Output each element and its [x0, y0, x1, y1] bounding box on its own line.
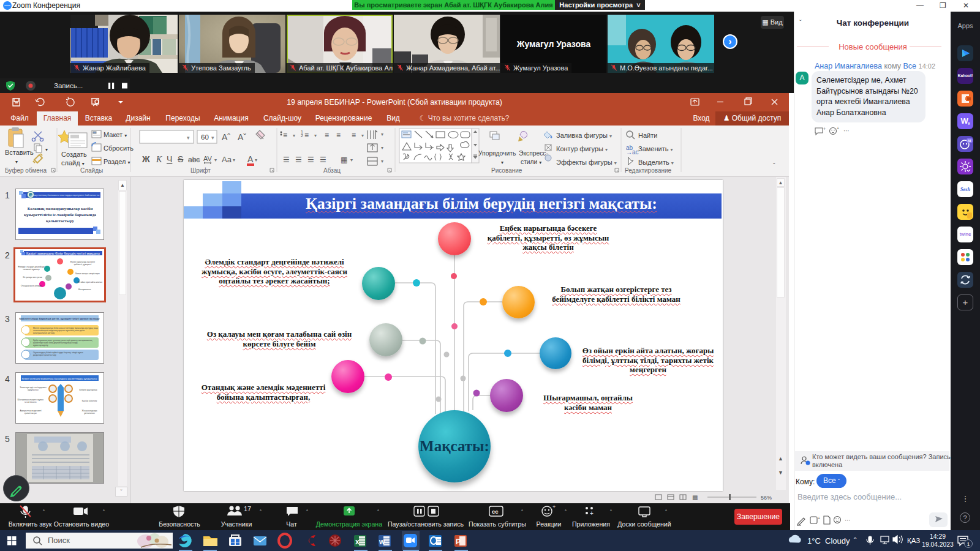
svg-text:19.04.2023: 19.04.2023 — [922, 541, 954, 548]
svg-text:P: P — [456, 538, 461, 546]
svg-text:Поиск: Поиск — [48, 536, 70, 545]
svg-text:ˆ: ˆ — [43, 509, 45, 515]
svg-text:17: 17 — [244, 505, 251, 512]
svg-text:abc: abc — [188, 156, 200, 164]
svg-text:Упорядочить: Упорядочить — [478, 150, 516, 157]
svg-text:қабілетті, құзыретті: қабілетті, құзыретті — [74, 263, 92, 266]
svg-text:▾: ▾ — [381, 132, 383, 137]
svg-text:2: 2 — [301, 133, 303, 138]
svg-text:56%: 56% — [761, 495, 772, 501]
svg-text:Включить звук: Включить звук — [9, 520, 52, 528]
svg-text:Болашақ маманданушылар кәсіби: Болашақ маманданушылар кәсіби — [28, 206, 93, 211]
svg-text:▦: ▦ — [341, 156, 347, 164]
svg-text:стили ▾: стили ▾ — [521, 159, 541, 165]
svg-text:+: + — [823, 127, 826, 131]
svg-text:Раздел ▾: Раздел ▾ — [104, 158, 130, 165]
svg-text:ҚАЗ: ҚАЗ — [907, 537, 920, 544]
svg-text:▾: ▾ — [381, 145, 383, 151]
svg-text:Заливка фигуры ▾: Заливка фигуры ▾ — [556, 132, 612, 139]
svg-text:Шығармашыл: Шығармашыл — [78, 288, 91, 291]
svg-text:ˆ: ˆ — [854, 536, 857, 545]
svg-text:Рисование: Рисование — [491, 167, 522, 174]
svg-text:Реакции: Реакции — [537, 520, 562, 528]
svg-text:ˆ: ˆ — [521, 509, 523, 515]
svg-text:w: w — [379, 538, 385, 546]
svg-text:AV: AV — [203, 155, 213, 162]
svg-text:Показать субтитры: Показать субтитры — [469, 520, 526, 528]
svg-text:қаруланған: қаруланған — [28, 389, 39, 391]
svg-text:Өз қалауы мен қоғам: Өз қалауы мен қоғам — [23, 276, 42, 279]
svg-text:Қабілеттілікқа барынша жетіп,: Қабілеттілікқа барынша жетіп, құзыреттіл… — [20, 317, 100, 320]
svg-text:Доски сообщений: Доски сообщений — [617, 520, 671, 528]
svg-text:x: x — [355, 538, 360, 546]
svg-text:▾: ▾ — [187, 135, 190, 141]
svg-text:ˆ: ˆ — [103, 509, 105, 515]
svg-text:Остановить видео: Остановить видео — [54, 520, 109, 528]
svg-text:Чат: Чат — [286, 520, 297, 528]
svg-text:Макет ▾: Макет ▾ — [104, 131, 127, 138]
svg-text:Создать: Создать — [61, 151, 87, 158]
svg-text:Aa: Aa — [222, 155, 232, 164]
svg-text:ˆ: ˆ — [773, 162, 775, 170]
svg-text:қалыптасқан: қалыптасқан — [24, 412, 37, 414]
svg-text:▾: ▾ — [381, 159, 383, 164]
svg-text:A: A — [247, 154, 254, 164]
svg-text:ұмтылатын: ұмтылатын — [84, 412, 95, 414]
svg-text:☰: ☰ — [307, 156, 314, 164]
svg-text:Вставить: Вставить — [5, 149, 34, 156]
svg-text:жұмыстар жүргізу: жұмыстар жүргізу — [33, 344, 48, 347]
svg-text:Ж: Ж — [141, 154, 150, 164]
svg-text:Аˇ: Аˇ — [238, 132, 246, 142]
svg-text:Экспресс-: Экспресс- — [519, 150, 548, 157]
svg-text:▾: ▾ — [15, 159, 18, 165]
svg-text:қазақстанның болашағы жастарды: қазақстанның болашағы жастарды оқытумен … — [31, 193, 100, 197]
svg-text:14:29: 14:29 — [930, 533, 946, 540]
svg-text:Найти: Найти — [638, 132, 657, 139]
svg-text:+: + — [818, 516, 820, 520]
svg-text:+: + — [552, 504, 556, 510]
svg-text:ˆ: ˆ — [377, 509, 379, 515]
svg-text:қызығушылығын арттыру: қызығушылығын арттыру — [33, 332, 55, 334]
svg-text:Безопасность: Безопасность — [159, 520, 200, 528]
svg-text:құзыреттілігін іс-тәжірибе бар: құзыреттілігін іс-тәжірибе барысында — [24, 212, 97, 217]
svg-text:Кемел келешек маманның басында: Кемел келешек маманның басындағы қасиетт… — [22, 377, 97, 380]
svg-text:Қазіргі замандағы білім беруді: Қазіргі замандағы білім берудің негізгі … — [26, 252, 100, 255]
svg-text:S: S — [178, 154, 183, 164]
svg-text:Буфер обмена: Буфер обмена — [5, 167, 47, 174]
svg-text:≡: ≡ — [304, 131, 309, 140]
svg-text:Болып жатқан өзгерістерге: Болып жатқан өзгерістерге — [75, 272, 100, 275]
svg-text:Заменить ▾: Заменить ▾ — [638, 145, 673, 152]
svg-text:≡: ≡ — [283, 131, 287, 140]
svg-text:⋯: ⋯ — [845, 517, 851, 523]
svg-text:Кәсіби біліктілік: Кәсіби біліктілік — [82, 400, 97, 402]
svg-text:▩: ▩ — [692, 494, 698, 501]
svg-text:Демонстрация экрана: Демонстрация экрана — [316, 520, 382, 528]
svg-text:Приложения: Приложения — [572, 520, 610, 528]
svg-text:≡: ≡ — [352, 131, 356, 140]
svg-text:Слайды: Слайды — [80, 167, 103, 174]
svg-text:дағдыларын қалыптастыру: дағдыларын қалыптастыру — [33, 354, 56, 356]
svg-text:60: 60 — [201, 133, 209, 141]
svg-text:→ac: →ac — [626, 149, 639, 156]
svg-text:☰: ☰ — [283, 156, 290, 164]
svg-text:ˆ: ˆ — [306, 509, 308, 515]
svg-text:≡: ≡ — [336, 131, 341, 140]
svg-text:▾: ▾ — [293, 133, 295, 138]
svg-text:Эффекты фигуры ▾: Эффекты фигуры ▾ — [556, 159, 617, 166]
svg-text:Абзац: Абзац — [323, 167, 341, 174]
svg-text:Редактирование: Редактирование — [625, 167, 672, 174]
svg-text:☰: ☰ — [295, 156, 302, 164]
svg-text:AI: AI — [968, 139, 971, 143]
svg-text:▾: ▾ — [314, 133, 317, 138]
svg-text:▾: ▾ — [501, 160, 503, 165]
svg-text:нәтижелі жұмысқа: нәтижелі жұмысқа — [23, 268, 40, 271]
svg-text:Запись...: Запись... — [54, 82, 83, 89]
svg-text:≡: ≡ — [325, 131, 329, 140]
svg-text:Білімге құштарлық: Білімге құштарлық — [80, 389, 98, 391]
svg-text:▾: ▾ — [45, 147, 48, 152]
svg-text:К: К — [156, 155, 162, 164]
svg-text:Участники: Участники — [221, 520, 252, 528]
svg-text:Завершение: Завершение — [737, 512, 780, 521]
svg-text:ˆ: ˆ — [260, 509, 262, 515]
svg-text:1°C Cloudy: 1°C Cloudy — [807, 536, 850, 545]
